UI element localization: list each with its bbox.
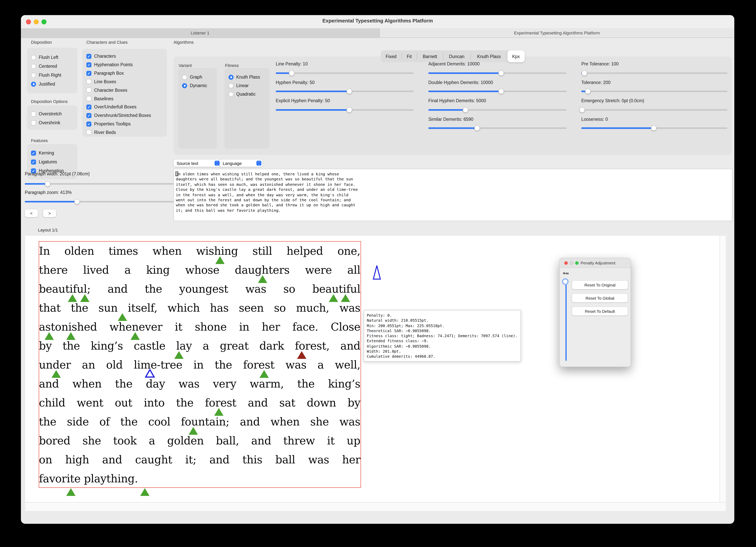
tab-kpx[interactable]: Kpx (507, 50, 525, 62)
penalty-slider-track[interactable] (565, 280, 566, 361)
checkbox-icon (31, 111, 36, 116)
radio-linear[interactable]: Linear (229, 82, 249, 89)
slider-knob[interactable] (474, 126, 480, 131)
checkbox-line-boxes[interactable]: Line Boxes (86, 78, 116, 85)
horizontal-scrollbar-strip[interactable] (25, 502, 726, 511)
hyphenation-marker-icon[interactable] (140, 488, 149, 496)
hyphenation-marker-icon[interactable] (341, 294, 350, 302)
disposition-section-title: Disposition (31, 40, 52, 45)
infinity-label: +∞ (563, 271, 569, 276)
radio-justified[interactable]: Justified (31, 80, 55, 88)
hyphenation-marker-icon[interactable] (174, 351, 183, 359)
tab-fixed[interactable]: Fixed (381, 50, 401, 62)
hyphenation-marker-icon[interactable] (66, 488, 75, 496)
source-text-dropdown[interactable]: Source text (174, 160, 221, 167)
selected-breakpoint-marker-icon[interactable] (297, 351, 306, 359)
radio-graph[interactable]: Graph (182, 73, 202, 81)
radio-flush-left[interactable]: Flush Left (31, 53, 58, 61)
next-layout-button[interactable]: > (43, 210, 56, 217)
hyphenation-marker-icon[interactable] (189, 427, 198, 435)
hyphenation-marker-icon[interactable] (259, 370, 269, 378)
preview-line: astonished whenever it shone in her face… (39, 317, 360, 336)
tab-barnett[interactable]: Barnett (417, 50, 443, 62)
slider-knob[interactable] (651, 126, 656, 131)
checkbox-river-beds[interactable]: River Beds (86, 128, 116, 136)
penalty-window-title-bar: Penalty Adjustment (560, 258, 631, 268)
zoom-button[interactable] (575, 261, 579, 265)
similar-demerits-slider[interactable] (428, 126, 567, 131)
hyphenation-marker-icon[interactable] (215, 256, 225, 264)
hyphen-penalty-slider[interactable] (276, 89, 414, 94)
vertical-scrollbar[interactable] (720, 236, 726, 502)
minimize-button[interactable] (570, 261, 573, 265)
slider-knob[interactable] (498, 70, 504, 76)
checkbox-kerning[interactable]: Kerning (31, 149, 54, 157)
reset-to-original-button[interactable]: Reset To Original (572, 280, 628, 289)
slider-knob[interactable] (582, 70, 587, 76)
reset-to-default-button[interactable]: Reset To Default (572, 307, 628, 315)
tab-fit[interactable]: Fit (402, 50, 417, 62)
checkbox-baselines[interactable]: Baselines (86, 95, 113, 102)
pre-tolerance-slider[interactable] (581, 70, 727, 76)
looseness-slider[interactable] (581, 126, 727, 131)
radio-dynamic[interactable]: Dynamic (182, 82, 207, 89)
checkbox-icon (31, 120, 36, 125)
hyphenation-marker-icon[interactable] (214, 408, 223, 416)
checkbox-characters[interactable]: Characters (86, 52, 116, 60)
slider-knob[interactable] (45, 181, 50, 187)
hyphenation-marker-icon[interactable] (51, 370, 61, 378)
penalty-slider-knob[interactable] (562, 278, 569, 285)
checkbox-overshrunk-stretched-boxes[interactable]: Overshrunk/Stretched Boxes (86, 112, 151, 119)
tab-duncan[interactable]: Duncan (443, 50, 470, 62)
language-dropdown[interactable]: Language (220, 160, 263, 167)
final-hyphen-demerits-slider[interactable] (428, 107, 567, 113)
checkbox-ligatures[interactable]: Ligatures (31, 158, 57, 166)
checkbox-overshrink[interactable]: Overshrink (31, 119, 60, 127)
explicit-hyphen-penalty-slider[interactable] (276, 107, 414, 113)
tolerance-slider[interactable] (581, 89, 727, 94)
radio-quadratic[interactable]: Quadratic (229, 90, 256, 98)
close-button[interactable] (564, 261, 568, 265)
slider-knob[interactable] (463, 107, 468, 113)
slider-knob[interactable] (74, 199, 80, 205)
checkbox-properties-tooltips[interactable]: Properties Tooltips (86, 120, 131, 128)
hyphenation-marker-icon[interactable] (118, 313, 127, 321)
radio-icon (31, 82, 36, 87)
radio-knuth-plass[interactable]: Knuth Plass (229, 73, 260, 81)
source-text-area[interactable]: In olden times when wishing still helped… (174, 169, 732, 221)
preview-line: there lived a king whose daughters were … (39, 260, 360, 279)
tab-platform[interactable]: Experimental Typesetting Algorithms Plat… (379, 28, 734, 38)
line-penalty-slider[interactable] (276, 70, 414, 76)
hyphenation-marker-icon[interactable] (329, 294, 338, 302)
checkbox-character-boxes[interactable]: Character Boxes (86, 86, 127, 94)
checkbox-icon (86, 130, 91, 135)
tab-knuth-plass[interactable]: Knuth Plass (471, 50, 507, 62)
slider-knob[interactable] (498, 89, 504, 94)
emergency-stretch-slider[interactable] (581, 107, 727, 113)
explicit-hyphen-marker-icon[interactable] (145, 369, 155, 378)
checkbox-paragraph-box[interactable]: Paragraph Box (86, 69, 124, 77)
hyphenation-marker-icon[interactable] (45, 332, 54, 340)
hyphenation-marker-icon[interactable] (66, 332, 76, 340)
slider-knob[interactable] (289, 70, 294, 76)
checkbox-overstretch[interactable]: Overstretch (31, 110, 62, 118)
radio-centered[interactable]: Centered (31, 62, 57, 70)
hyphenation-marker-icon[interactable] (258, 275, 267, 283)
preview-line: child went out into the forest and sat d… (39, 393, 360, 412)
adjacent-demerits-slider[interactable] (428, 70, 567, 76)
hyphenation-marker-icon[interactable] (80, 294, 89, 302)
slider-knob[interactable] (347, 89, 352, 94)
checkbox-over-underfull-boxes[interactable]: Over/Underfull Boxes (86, 103, 137, 111)
hyphenation-marker-icon[interactable] (131, 332, 140, 340)
penalty-marker-icon[interactable] (373, 265, 381, 280)
slider-knob[interactable] (347, 107, 352, 113)
reset-to-global-button[interactable]: Reset To Global (572, 294, 628, 302)
slider-knob[interactable] (579, 107, 585, 113)
double-hyphen-demerits-slider[interactable] (428, 89, 567, 94)
slider-knob[interactable] (585, 89, 591, 94)
checkbox-hyphenation-points[interactable]: Hyphenation Points (86, 61, 133, 69)
prev-layout-button[interactable]: < (25, 210, 38, 217)
tab-listener-1[interactable]: Listener 1 (21, 28, 379, 38)
radio-flush-right[interactable]: Flush Right (31, 71, 61, 79)
hyphenation-marker-icon[interactable] (68, 294, 77, 302)
